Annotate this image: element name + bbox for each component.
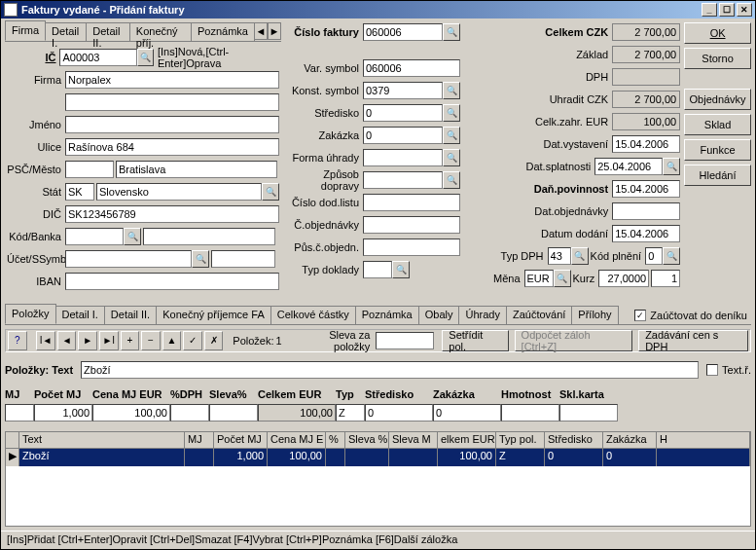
kodbanka-input[interactable]	[65, 228, 124, 245]
cancel-icon[interactable]: ✗	[204, 331, 224, 350]
setridit-button[interactable]: Setřídit pol.	[442, 330, 508, 351]
zakazka-input[interactable]	[363, 127, 443, 144]
gcol-mj[interactable]: MJ	[185, 432, 214, 448]
mena-lookup-icon[interactable]: 🔍	[554, 270, 571, 287]
table-row[interactable]: ▶ Zboží 1,000 100,00 100,00 Z 0 0	[6, 449, 750, 466]
stredisko-lookup-icon[interactable]: 🔍	[443, 104, 460, 122]
povinnost-input[interactable]	[612, 180, 680, 198]
last-icon[interactable]: ►I	[99, 331, 119, 350]
ucet-input[interactable]	[65, 250, 192, 268]
splatnosti-lookup-icon[interactable]: 🔍	[663, 158, 680, 175]
odpocet-button[interactable]: Odpočet záloh [Ctrl+Z]	[515, 330, 633, 351]
zadavani-button[interactable]: Zadávání cen s DPH	[638, 330, 748, 351]
tab-l-poznamka[interactable]: Poznámka	[355, 306, 419, 324]
tab-konecny[interactable]: Konečný příj.	[129, 22, 192, 41]
remove-icon[interactable]: −	[141, 331, 161, 350]
var-input[interactable]	[363, 59, 460, 77]
confirm-icon[interactable]: ✓	[183, 331, 202, 350]
objednavky-button[interactable]: Objednávky	[684, 89, 751, 110]
cobj-input[interactable]	[363, 216, 460, 234]
jmeno-input[interactable]	[65, 116, 279, 133]
datobj-input[interactable]	[612, 202, 680, 220]
edit-sklkarta[interactable]	[559, 404, 618, 422]
tab-firma[interactable]: Firma	[5, 20, 46, 41]
hledani-button[interactable]: Hledání	[684, 165, 751, 186]
stredisko-input[interactable]	[363, 104, 443, 122]
bank-lookup-icon[interactable]: 🔍	[124, 228, 141, 245]
kurz2-input[interactable]	[651, 270, 680, 287]
zakazka-lookup-icon[interactable]: 🔍	[443, 127, 460, 144]
minimize-button[interactable]: _	[702, 3, 717, 17]
firma2-input[interactable]	[65, 93, 279, 111]
gcol-h[interactable]: H	[657, 432, 750, 448]
edit-typ[interactable]	[336, 404, 365, 422]
tab-l-detail1[interactable]: Detail I.	[55, 306, 105, 324]
gcol-pocet[interactable]: Počet MJ	[214, 432, 268, 448]
zpusob-lookup-icon[interactable]: 🔍	[443, 171, 460, 189]
gcol-text[interactable]: Text	[19, 432, 185, 448]
dic-input[interactable]	[65, 205, 279, 223]
first-icon[interactable]: I◄	[36, 331, 55, 350]
edit-zakazka[interactable]	[433, 404, 501, 422]
gcol-slevam[interactable]: Sleva M	[389, 432, 438, 448]
typdokl-input[interactable]	[363, 261, 392, 278]
prev-icon[interactable]: ◄	[57, 331, 77, 350]
splatnosti-input[interactable]	[594, 158, 663, 175]
gcol-celkem[interactable]: elkem EUR	[438, 432, 496, 448]
gcol-pct[interactable]: %	[326, 432, 345, 448]
tab-detail1[interactable]: Detail I.	[45, 22, 87, 41]
gcol-zakazka[interactable]: Zakázka	[603, 432, 657, 448]
edit-hmotnost[interactable]	[501, 404, 559, 422]
tab-detail2[interactable]: Detail II.	[86, 22, 130, 41]
edit-icon[interactable]: ▲	[162, 331, 182, 350]
zauctovat-checkbox[interactable]: ✓	[634, 310, 646, 321]
dodlist-input[interactable]	[363, 194, 460, 211]
dodani-input[interactable]	[612, 225, 680, 242]
tab-l-detail2[interactable]: Detail II.	[104, 306, 157, 324]
textr-checkbox[interactable]	[706, 364, 718, 376]
tab-polozky[interactable]: Položky	[5, 304, 56, 324]
maximize-button[interactable]: ☐	[719, 3, 735, 17]
sklad-button[interactable]: Sklad	[684, 114, 751, 135]
edit-slevap[interactable]	[209, 404, 258, 422]
edit-pocet[interactable]	[34, 404, 92, 422]
konst-input[interactable]	[363, 82, 443, 99]
next-icon[interactable]: ►	[78, 331, 97, 350]
edit-stredisko[interactable]	[365, 404, 433, 422]
stat-lookup-icon[interactable]: 🔍	[262, 183, 279, 201]
iban-input[interactable]	[65, 273, 279, 290]
kodpln-lookup-icon[interactable]: 🔍	[663, 247, 680, 265]
forma-lookup-icon[interactable]: 🔍	[443, 149, 460, 166]
psc-input[interactable]	[65, 161, 114, 178]
kurz-input[interactable]	[598, 270, 649, 287]
puv-input[interactable]	[363, 238, 460, 256]
funkce-button[interactable]: Funkce	[684, 139, 751, 161]
cislo-lookup-icon[interactable]: 🔍	[443, 23, 460, 41]
mesto-input[interactable]	[116, 161, 277, 178]
ok-button[interactable]: OK	[684, 22, 751, 44]
help-icon[interactable]: ?	[8, 331, 27, 350]
ucet-lookup-icon[interactable]: 🔍	[192, 250, 209, 268]
typdph-input[interactable]	[548, 247, 571, 265]
tab-l-obaly[interactable]: Obaly	[418, 306, 460, 324]
tab-l-zauctovani[interactable]: Zaúčtování	[506, 306, 572, 324]
vystaveni-input[interactable]	[612, 135, 680, 153]
add-icon[interactable]: +	[121, 331, 140, 350]
mena-input[interactable]	[524, 270, 554, 287]
firma-input[interactable]	[65, 71, 279, 89]
zpusob-input[interactable]	[363, 171, 443, 189]
sleva-input[interactable]	[376, 332, 434, 349]
polozky-text-input[interactable]	[81, 361, 699, 379]
gcol-typpol[interactable]: Typ pol.	[496, 432, 545, 448]
typdph-lookup-icon[interactable]: 🔍	[571, 247, 589, 265]
storno-button[interactable]: Storno	[684, 48, 751, 69]
tab-scroll-left-icon[interactable]: ◄	[254, 22, 268, 40]
tab-scroll-right-icon[interactable]: ►	[268, 22, 281, 40]
ic-input[interactable]	[59, 49, 137, 66]
ic-lookup-icon[interactable]: 🔍	[137, 49, 153, 66]
stat-input[interactable]	[96, 183, 262, 201]
tab-l-uhrady[interactable]: Úhrady	[458, 306, 506, 324]
ssymb-input[interactable]	[211, 250, 275, 268]
stat-kod-input[interactable]	[65, 183, 94, 201]
banka-input[interactable]	[143, 228, 275, 245]
